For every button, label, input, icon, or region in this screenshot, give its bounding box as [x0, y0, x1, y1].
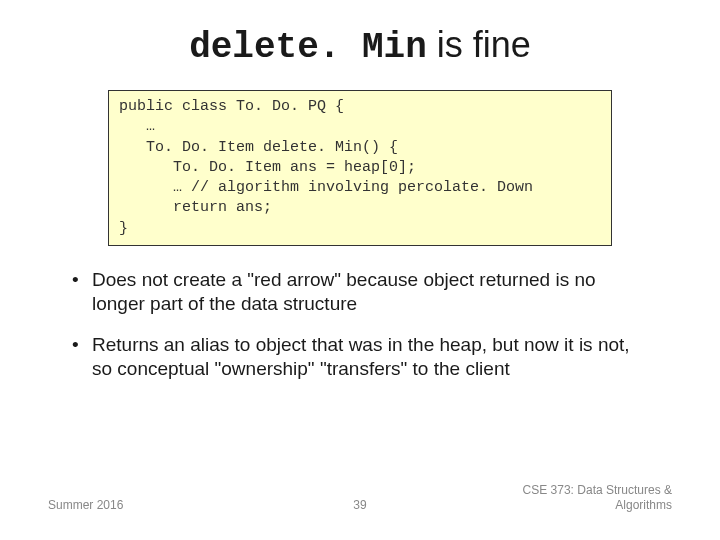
slide-footer: Summer 2016 39 CSE 373: Data Structures …: [0, 483, 720, 512]
slide: delete. Min is fine public class To. Do.…: [0, 0, 720, 540]
bullet-item: Does not create a "red arrow" because ob…: [68, 268, 652, 316]
footer-term: Summer 2016: [48, 498, 256, 512]
code-block: public class To. Do. PQ { … To. Do. Item…: [108, 90, 612, 246]
title-mono-part: delete. Min: [189, 27, 427, 68]
bullet-item: Returns an alias to object that was in t…: [68, 333, 652, 381]
title-rest-part: is fine: [427, 24, 531, 65]
slide-title: delete. Min is fine: [48, 24, 672, 68]
footer-page-number: 39: [256, 498, 464, 512]
footer-course: CSE 373: Data Structures & Algorithms: [464, 483, 672, 512]
bullet-list: Does not create a "red arrow" because ob…: [68, 268, 652, 381]
